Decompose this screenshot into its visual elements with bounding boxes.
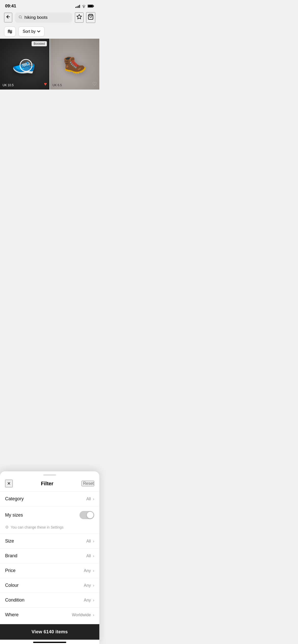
- bag-button[interactable]: [86, 12, 95, 23]
- svg-rect-1: [93, 5, 94, 7]
- svg-point-10: [10, 32, 11, 33]
- svg-rect-2: [88, 5, 93, 7]
- search-icon: [18, 15, 22, 20]
- svg-marker-4: [77, 14, 82, 19]
- sort-by-button[interactable]: Sort by: [18, 26, 45, 37]
- product-size-2: UK 6.5: [52, 83, 62, 87]
- product-image-2: 🥾: [50, 39, 99, 90]
- battery-icon: [88, 4, 94, 8]
- product-size-1: UK 10.5: [3, 83, 13, 87]
- wifi-icon: [82, 4, 86, 8]
- sort-by-label: Sort by: [23, 29, 36, 34]
- price-tag-circle: [20, 59, 32, 72]
- filter-sort-bar: Sort by: [0, 24, 99, 39]
- search-input-wrapper[interactable]: hiking boots: [15, 12, 72, 23]
- signal-icon: [75, 4, 80, 8]
- status-bar: 09:41: [0, 0, 99, 11]
- svg-point-9: [8, 30, 9, 31]
- save-search-button[interactable]: [75, 12, 84, 23]
- favourite-button-2[interactable]: ♡: [92, 81, 97, 87]
- back-button[interactable]: [4, 13, 12, 22]
- status-icons: [75, 4, 94, 8]
- search-bar: hiking boots: [0, 11, 99, 24]
- status-time: 09:41: [5, 4, 16, 9]
- product-card-2[interactable]: 🥾 UK 6.5 ♡: [50, 39, 99, 90]
- filter-button[interactable]: [4, 26, 16, 37]
- product-grid: 👟 Boosted UK 10.5 ♥ 🥾 UK 6.5 ♡: [0, 39, 99, 90]
- favourite-button-1[interactable]: ♥: [44, 81, 47, 87]
- search-query: hiking boots: [24, 15, 48, 20]
- product-card-1[interactable]: 👟 Boosted UK 10.5 ♥: [0, 39, 49, 90]
- boosted-badge: Boosted: [32, 41, 47, 46]
